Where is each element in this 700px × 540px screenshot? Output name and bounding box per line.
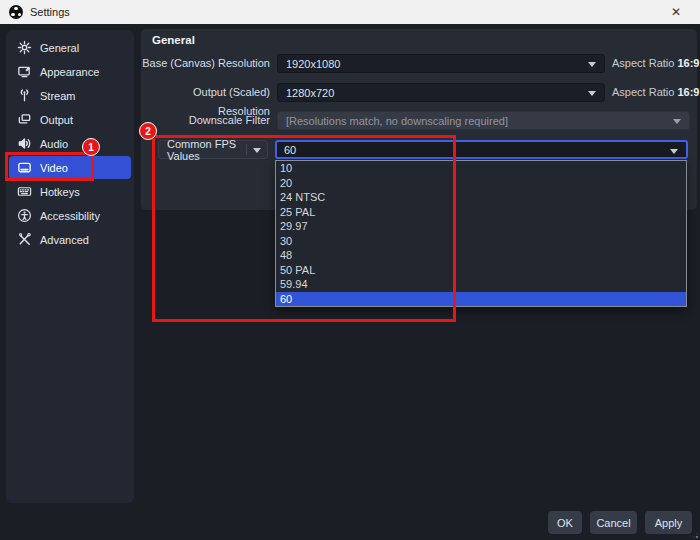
fps-type-label: Common FPS Values bbox=[167, 138, 243, 162]
titlebar: Settings ✕ bbox=[0, 0, 700, 24]
section-heading: General bbox=[152, 34, 195, 46]
sidebar-item-accessibility[interactable]: Accessibility bbox=[9, 204, 131, 227]
output-resolution-combobox[interactable]: 1280x720 bbox=[277, 83, 605, 102]
output-icon bbox=[17, 112, 32, 127]
fps-value-combobox[interactable]: 60 bbox=[275, 140, 688, 159]
base-aspect-ratio: Aspect Ratio 16:9 bbox=[612, 54, 699, 73]
sidebar-item-stream[interactable]: Stream bbox=[9, 84, 131, 107]
output-aspect-ratio: Aspect Ratio 16:9 bbox=[612, 83, 699, 102]
resize-grip[interactable] bbox=[691, 531, 698, 538]
sidebar-item-label: Audio bbox=[40, 138, 68, 150]
fps-option[interactable]: 50 PAL bbox=[276, 263, 686, 278]
chevron-down-icon bbox=[588, 62, 596, 67]
chevron-down-icon bbox=[670, 149, 678, 154]
sidebar-item-label: Video bbox=[40, 162, 68, 174]
combobox-value: 1920x1080 bbox=[286, 58, 340, 70]
accessibility-icon bbox=[17, 208, 32, 223]
sidebar-item-appearance[interactable]: Appearance bbox=[9, 60, 131, 83]
fps-option[interactable]: 30 bbox=[276, 234, 686, 249]
sidebar-item-label: Accessibility bbox=[40, 210, 100, 222]
fps-option[interactable]: 59.94 bbox=[276, 277, 686, 292]
apply-button[interactable]: Apply bbox=[645, 511, 692, 534]
sidebar-item-label: Appearance bbox=[40, 66, 99, 78]
fps-option[interactable]: 20 bbox=[276, 176, 686, 191]
audio-icon bbox=[17, 136, 32, 151]
combobox-value: 1280x720 bbox=[286, 87, 334, 99]
fps-dropdown-list: 10 20 24 NTSC 25 PAL 29.97 30 48 50 PAL … bbox=[275, 160, 687, 307]
combobox-value: [Resolutions match, no downscaling requi… bbox=[286, 115, 508, 127]
base-resolution-combobox[interactable]: 1920x1080 bbox=[277, 54, 605, 73]
sidebar-item-label: General bbox=[40, 42, 79, 54]
fps-option[interactable]: 25 PAL bbox=[276, 205, 686, 220]
base-resolution-label: Base (Canvas) Resolution bbox=[141, 54, 270, 73]
fps-option[interactable]: 10 bbox=[276, 161, 686, 176]
fps-option[interactable]: 29.97 bbox=[276, 219, 686, 234]
ok-button[interactable]: OK bbox=[548, 511, 582, 534]
gear-icon bbox=[17, 40, 32, 55]
downscale-filter-combobox: [Resolutions match, no downscaling requi… bbox=[277, 111, 690, 130]
stream-icon bbox=[17, 88, 32, 103]
obs-logo-icon bbox=[9, 5, 23, 19]
sidebar-item-label: Output bbox=[40, 114, 73, 126]
appearance-icon bbox=[17, 64, 32, 79]
video-icon bbox=[17, 160, 32, 175]
sidebar-item-general[interactable]: General bbox=[9, 36, 131, 59]
sidebar-item-audio[interactable]: Audio bbox=[9, 132, 131, 155]
sidebar-item-output[interactable]: Output bbox=[9, 108, 131, 131]
fps-option[interactable]: 48 bbox=[276, 248, 686, 263]
divider bbox=[246, 144, 247, 155]
window-title: Settings bbox=[30, 6, 70, 18]
sidebar-item-label: Hotkeys bbox=[40, 186, 80, 198]
downscale-filter-label: Downscale Filter bbox=[141, 111, 270, 130]
settings-window: Settings ✕ General Appearance Stream Out… bbox=[0, 0, 700, 540]
sidebar-item-label: Stream bbox=[40, 90, 75, 102]
chevron-down-icon bbox=[588, 91, 596, 96]
chevron-down-icon bbox=[673, 119, 681, 124]
sidebar-item-label: Advanced bbox=[40, 234, 89, 246]
fps-type-dropdown-button[interactable]: Common FPS Values bbox=[158, 140, 268, 159]
fps-option[interactable]: 24 NTSC bbox=[276, 190, 686, 205]
hotkeys-icon bbox=[17, 184, 32, 199]
settings-sidebar: General Appearance Stream Output Audio V… bbox=[6, 30, 134, 503]
sidebar-item-advanced[interactable]: Advanced bbox=[9, 228, 131, 251]
sidebar-item-video[interactable]: Video bbox=[9, 156, 131, 179]
advanced-icon bbox=[17, 232, 32, 247]
close-icon[interactable]: ✕ bbox=[664, 0, 688, 24]
sidebar-item-hotkeys[interactable]: Hotkeys bbox=[9, 180, 131, 203]
cancel-button[interactable]: Cancel bbox=[590, 511, 637, 534]
chevron-down-icon bbox=[253, 148, 261, 153]
combobox-value: 60 bbox=[284, 144, 296, 156]
fps-option-selected[interactable]: 60 bbox=[276, 292, 686, 307]
